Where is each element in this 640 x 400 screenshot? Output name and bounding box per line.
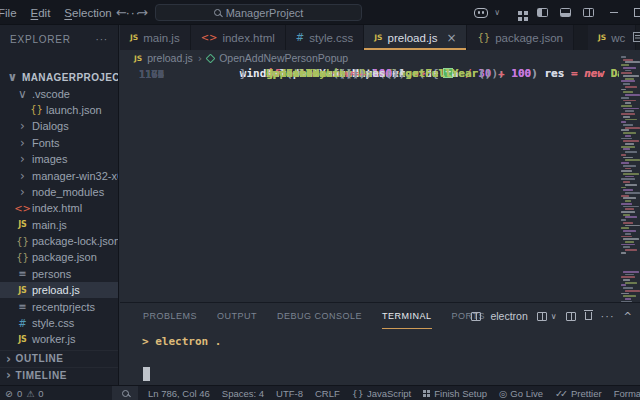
status-item-crlf[interactable]: CRLF bbox=[315, 388, 340, 399]
js-file-icon: JS bbox=[16, 220, 29, 229]
minimap-line bbox=[621, 113, 635, 115]
toggle-panel-icon[interactable] bbox=[560, 8, 571, 17]
explorer-sidebar: EXPLORER ··· ∨MANAGERPROJECT∨.vscode{}la… bbox=[0, 25, 119, 385]
minimap-line bbox=[625, 274, 634, 276]
sidebar-item-launch-json[interactable]: {}launch.json bbox=[0, 102, 118, 118]
minimap-line bbox=[621, 187, 626, 189]
split-terminal-icon[interactable] bbox=[537, 312, 547, 321]
warnings-count[interactable]: 0 bbox=[38, 388, 43, 399]
command-center-search[interactable]: ManagerProject bbox=[155, 4, 362, 21]
sidebar-item-package-lock-json[interactable]: {}package-lock.json bbox=[0, 233, 118, 249]
section-outline[interactable]: ›OUTLINE bbox=[0, 350, 118, 367]
menu-item-edit[interactable]: Edit bbox=[31, 7, 51, 19]
toggle-secondary-sidebar-icon[interactable] bbox=[583, 8, 594, 17]
status-item-ln-786-col-46[interactable]: Ln 786, Col 46 bbox=[148, 388, 210, 399]
minimap-line bbox=[623, 206, 639, 208]
panel-tab-output[interactable]: OUTPUT bbox=[217, 303, 257, 329]
new-terminal-icon[interactable] bbox=[566, 312, 576, 321]
status-item-label: Finish Setup bbox=[434, 388, 487, 399]
minimap[interactable] bbox=[619, 50, 640, 302]
status-item-finish-setup[interactable]: Finish Setup bbox=[423, 388, 487, 399]
minimap-line bbox=[623, 230, 636, 232]
sidebar-item-package-json[interactable]: {}package.json bbox=[0, 249, 118, 265]
terminal-prompt-line[interactable]: > electron . bbox=[142, 335, 221, 348]
breadcrumb-file[interactable]: preload.js bbox=[147, 52, 193, 64]
status-item-spaces-4[interactable]: Spaces: 4 bbox=[222, 388, 264, 399]
status-item-utf-8[interactable]: UTF-8 bbox=[276, 388, 303, 399]
sidebar-item-manager-win32-x64[interactable]: ›manager-win32-x64 bbox=[0, 167, 118, 183]
terminal-instance-label[interactable]: electron bbox=[490, 310, 527, 322]
panel-collapse-icon[interactable]: ^ bbox=[624, 311, 632, 322]
sidebar-item-main-js[interactable]: JSmain.js bbox=[0, 217, 118, 233]
copilot-icon[interactable] bbox=[474, 8, 488, 18]
breadcrumb-symbol[interactable]: OpenAddNewPersonPopup bbox=[219, 52, 348, 64]
explorer-more-icon[interactable]: ··· bbox=[96, 34, 108, 45]
panel-tab-problems[interactable]: PROBLEMS bbox=[143, 303, 197, 329]
tab-style-css[interactable]: #style.css bbox=[286, 25, 364, 50]
errors-count[interactable]: 0 bbox=[17, 388, 22, 399]
nav-forward-button[interactable]: → bbox=[137, 5, 148, 20]
sidebar-item-recentprjects[interactable]: ≡recentprjects bbox=[0, 298, 118, 314]
status-item-formatting-[interactable]: Formatting: bbox=[614, 388, 640, 399]
panel-tab-debug-console[interactable]: DEBUG CONSOLE bbox=[277, 303, 362, 329]
close-icon[interactable]: × bbox=[446, 31, 456, 45]
code-line-text: } bbox=[240, 67, 247, 82]
customize-layout-icon[interactable] bbox=[518, 11, 522, 15]
sidebar-item-label: index.html bbox=[32, 202, 82, 214]
status-item-prettier[interactable]: Prettier bbox=[555, 388, 602, 399]
code-lines[interactable]: 1164window.onmousemove = (ev) => {1165le… bbox=[120, 67, 619, 302]
status-item-label: Go Live bbox=[510, 388, 543, 399]
status-item-label: UTF-8 bbox=[276, 388, 303, 399]
status-item-label: Formatting: bbox=[614, 388, 640, 399]
sidebar-item--vscode[interactable]: ∨.vscode bbox=[0, 85, 118, 101]
tab-preload-js[interactable]: JSpreload.js× bbox=[364, 25, 467, 50]
sidebar-sections: ›OUTLINE›TIMELINE bbox=[0, 350, 118, 383]
status-item-go-live[interactable]: Go Live bbox=[499, 388, 543, 399]
nav-back-button[interactable]: ← bbox=[116, 5, 127, 20]
minimap-line bbox=[625, 208, 634, 210]
panel-tab-terminal[interactable]: TERMINAL bbox=[382, 303, 432, 329]
sidebar-item-fonts[interactable]: ›Fonts bbox=[0, 135, 118, 151]
sidebar-item-managerproject[interactable]: ∨MANAGERPROJECT bbox=[0, 69, 118, 85]
menu-item-file[interactable]: File bbox=[0, 7, 17, 19]
kill-terminal-icon[interactable] bbox=[585, 312, 592, 320]
menu-item-selection[interactable]: Selection bbox=[64, 7, 111, 19]
radio-icon bbox=[499, 388, 507, 399]
breadcrumb[interactable]: JS preload.js › OpenAddNewPersonPopup bbox=[120, 50, 640, 66]
status-item-javascript[interactable]: JavaScript bbox=[352, 388, 411, 399]
maximize-button[interactable] bbox=[634, 8, 640, 17]
breadcrumb-separator-icon: › bbox=[198, 52, 202, 65]
minimap-line bbox=[625, 159, 640, 161]
chev-right-icon: › bbox=[6, 353, 12, 365]
zoom-status-item[interactable] bbox=[112, 386, 138, 400]
sidebar-item-persons[interactable]: ≡persons bbox=[0, 266, 118, 282]
minimize-button[interactable] bbox=[610, 12, 618, 13]
minimap-line bbox=[623, 116, 630, 118]
minimap-line bbox=[621, 146, 635, 148]
sidebar-item-worker-js[interactable]: JSworker.js bbox=[0, 331, 118, 347]
panel-more-icon[interactable]: ··· bbox=[601, 310, 615, 322]
toggle-sidebar-icon[interactable] bbox=[537, 8, 548, 17]
warnings-icon[interactable] bbox=[26, 388, 34, 399]
sidebar-item-style-css[interactable]: #style.css bbox=[0, 315, 118, 331]
sidebar-item-preload-js[interactable]: JSpreload.js bbox=[0, 282, 118, 298]
editor-layout-icon[interactable] bbox=[633, 32, 640, 42]
tab-index-html[interactable]: <>index.html bbox=[191, 25, 286, 50]
code-editor[interactable]: JS preload.js › OpenAddNewPersonPopup 11… bbox=[120, 50, 640, 302]
minimap-line bbox=[621, 293, 629, 295]
sidebar-item-images[interactable]: ›images bbox=[0, 151, 118, 167]
sidebar-item-dialogs[interactable]: ›Dialogs bbox=[0, 118, 118, 134]
minimap-line bbox=[623, 132, 636, 134]
tab-wc[interactable]: JSwc bbox=[588, 25, 636, 50]
chev-right-icon: › bbox=[16, 120, 29, 132]
chevron-down-icon[interactable]: ∨ bbox=[551, 312, 557, 321]
chevron-down-icon[interactable]: ∨ bbox=[494, 8, 500, 17]
minimap-line bbox=[625, 70, 631, 72]
file-type-icon: {} bbox=[477, 32, 490, 43]
tab-main-js[interactable]: JSmain.js bbox=[120, 25, 191, 50]
tab-package-json[interactable]: {}package.json bbox=[467, 25, 574, 50]
errors-icon[interactable] bbox=[5, 388, 13, 399]
section-timeline[interactable]: ›TIMELINE bbox=[0, 367, 118, 384]
sidebar-item-node_modules[interactable]: ›node_modules bbox=[0, 184, 118, 200]
sidebar-item-index-html[interactable]: <>index.html bbox=[0, 200, 118, 216]
